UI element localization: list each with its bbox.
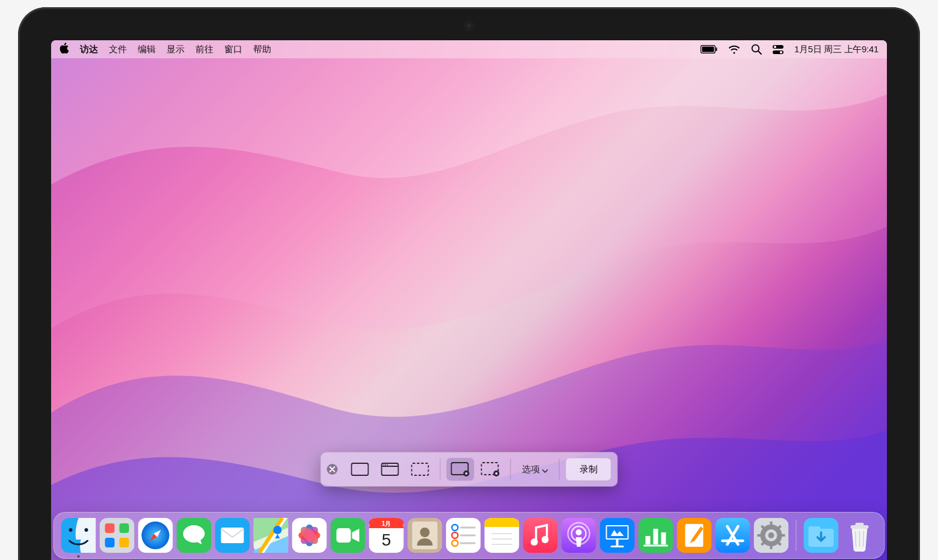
- dock-app-calendar[interactable]: 1月5: [369, 518, 404, 553]
- svg-point-8: [780, 51, 782, 53]
- svg-point-12: [384, 464, 385, 466]
- toolbar-separator: [510, 458, 511, 480]
- svg-rect-1: [702, 47, 714, 52]
- svg-rect-105: [809, 526, 821, 531]
- svg-point-13: [385, 464, 387, 466]
- dock-app-pages[interactable]: [677, 518, 712, 553]
- capture-entire-screen-button[interactable]: [346, 458, 374, 481]
- svg-rect-35: [221, 528, 244, 543]
- svg-point-23: [69, 528, 73, 532]
- svg-rect-29: [120, 538, 129, 547]
- toolbar-separator: [440, 458, 441, 480]
- svg-rect-48: [337, 528, 351, 543]
- capture-window-button[interactable]: [376, 458, 404, 481]
- laptop-bezel: 访达 文件 编辑 显示 前往 窗口 帮助: [18, 7, 920, 560]
- menu-bar: 访达 文件 编辑 显示 前往 窗口 帮助: [51, 40, 887, 58]
- svg-rect-27: [120, 523, 129, 533]
- capture-selection-button[interactable]: [406, 458, 434, 481]
- dock-separator: [796, 520, 797, 551]
- dock-app-settings[interactable]: [754, 518, 789, 553]
- svg-rect-70: [523, 518, 558, 553]
- svg-line-110: [863, 531, 864, 547]
- svg-point-21: [495, 472, 498, 475]
- svg-rect-25: [100, 518, 135, 553]
- dock-trash[interactable]: [842, 518, 877, 553]
- options-button[interactable]: 选项: [513, 458, 557, 481]
- record-entire-screen-button[interactable]: [447, 458, 474, 481]
- menu-date-time[interactable]: 1月5日 周三 上午9:41: [794, 44, 878, 55]
- dock-app-contacts[interactable]: [408, 518, 443, 553]
- svg-line-4: [758, 51, 761, 54]
- svg-rect-15: [412, 463, 429, 475]
- svg-point-24: [85, 528, 88, 532]
- svg-point-56: [420, 528, 430, 537]
- close-toolbar-button[interactable]: [327, 464, 338, 475]
- svg-rect-28: [105, 538, 115, 547]
- apple-menu-icon[interactable]: [60, 43, 69, 56]
- svg-rect-84: [654, 529, 658, 544]
- menu-item-help[interactable]: 帮助: [253, 44, 271, 55]
- record-action-button[interactable]: 录制: [566, 458, 612, 481]
- svg-point-37: [274, 526, 282, 534]
- dock-app-finder[interactable]: [61, 518, 96, 553]
- dock-app-podcasts[interactable]: [562, 518, 596, 553]
- svg-rect-26: [105, 523, 115, 533]
- svg-rect-81: [611, 546, 624, 547]
- dock-folder-downloads[interactable]: [804, 518, 839, 553]
- dock-app-maps[interactable]: [254, 518, 289, 553]
- dock-app-launchpad[interactable]: [100, 518, 135, 553]
- menu-app-name[interactable]: 访达: [80, 44, 98, 55]
- svg-point-18: [465, 472, 468, 475]
- svg-point-94: [768, 532, 774, 538]
- svg-rect-107: [856, 523, 864, 526]
- svg-text:1月: 1月: [382, 520, 391, 527]
- menu-item-view[interactable]: 显示: [167, 44, 185, 55]
- svg-point-14: [387, 464, 388, 466]
- svg-rect-2: [716, 47, 717, 51]
- menu-bar-right: 1月5日 周三 上午9:41: [700, 44, 878, 55]
- wifi-icon[interactable]: [728, 45, 740, 54]
- dock-app-reminders[interactable]: [446, 518, 481, 553]
- record-selection-button[interactable]: [477, 458, 504, 481]
- dock-app-photos[interactable]: [292, 518, 327, 553]
- dock-app-facetime[interactable]: [331, 518, 366, 553]
- svg-line-108: [856, 531, 856, 547]
- menu-bar-left: 访达 文件 编辑 显示 前往 窗口 帮助: [60, 43, 271, 56]
- control-center-icon[interactable]: [773, 45, 783, 54]
- dock-app-keynote[interactable]: [600, 518, 635, 553]
- menu-item-file[interactable]: 文件: [109, 44, 127, 55]
- camera-notch: [466, 23, 472, 29]
- capture-mode-group: [343, 458, 438, 481]
- svg-point-74: [576, 529, 582, 535]
- options-label: 选项: [522, 464, 540, 475]
- dock-app-messages[interactable]: [177, 518, 212, 553]
- dock-app-music[interactable]: [523, 518, 558, 553]
- svg-point-71: [531, 538, 538, 546]
- dock-app-appstore[interactable]: [716, 518, 750, 553]
- spotlight-icon[interactable]: [751, 44, 762, 55]
- dock: 1月5: [54, 512, 885, 559]
- svg-rect-85: [661, 532, 666, 544]
- running-indicator-icon: [78, 555, 80, 558]
- chevron-down-icon: [542, 464, 548, 475]
- svg-text:5: 5: [382, 531, 391, 549]
- menu-item-window[interactable]: 窗口: [224, 44, 242, 55]
- svg-rect-9: [352, 463, 369, 475]
- battery-icon[interactable]: [700, 45, 717, 53]
- dock-app-notes[interactable]: [485, 518, 520, 553]
- record-mode-group: [443, 458, 508, 481]
- svg-point-6: [774, 46, 776, 48]
- svg-point-72: [542, 536, 549, 543]
- svg-rect-79: [607, 526, 628, 538]
- menu-item-go[interactable]: 前往: [195, 44, 213, 55]
- dock-app-numbers[interactable]: [639, 518, 673, 553]
- toolbar-separator: [559, 458, 560, 480]
- svg-rect-66: [485, 525, 520, 527]
- record-action-label: 录制: [580, 464, 598, 475]
- menu-item-edit[interactable]: 编辑: [138, 44, 156, 55]
- dock-app-safari[interactable]: [138, 518, 173, 553]
- svg-rect-83: [646, 536, 651, 544]
- desktop-screen: 访达 文件 编辑 显示 前往 窗口 帮助: [51, 40, 887, 560]
- dock-app-mail[interactable]: [215, 518, 250, 553]
- screenshot-toolbar: 选项 录制: [320, 452, 618, 487]
